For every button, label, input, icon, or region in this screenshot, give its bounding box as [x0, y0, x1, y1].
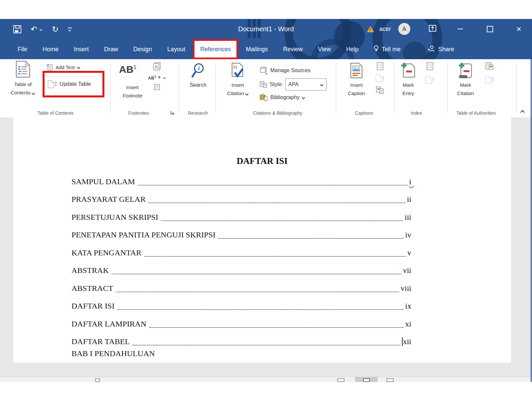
update-index-disabled-icon[interactable]: !: [426, 76, 434, 83]
insert-caption-button[interactable]: InsertCaption: [340, 63, 373, 97]
add-text-button[interactable]: Add Text: [47, 64, 80, 70]
chevron-down-icon: [32, 92, 35, 94]
table-of-contents-button[interactable]: Table of Contents: [5, 61, 41, 97]
show-notes-icon[interactable]: [154, 84, 160, 90]
tab-share[interactable]: Share: [420, 39, 462, 59]
arrow-icon: [158, 76, 161, 79]
undo-icon[interactable]: ↶: [31, 25, 37, 33]
toc-entry: DAFTAR ISI ix: [71, 296, 411, 314]
group-label-authorities: Table of Authorities: [441, 110, 512, 116]
read-mode-icon[interactable]: [337, 378, 344, 382]
tab-draw[interactable]: Draw: [96, 39, 126, 59]
insert-index-icon[interactable]: [426, 62, 434, 70]
chevron-down-icon: [77, 66, 80, 68]
tab-help[interactable]: Help: [338, 39, 366, 59]
tab-references-highlighted[interactable]: References: [193, 39, 238, 59]
cross-reference-icon[interactable]: [376, 86, 384, 94]
document-heading: DAFTAR ISI: [13, 156, 511, 166]
table-of-contents: SAMPUL DALAM i PRASYARAT GELAR ii PERSET…: [71, 171, 411, 349]
collapse-ribbon-icon[interactable]: [520, 111, 525, 114]
tab-layout[interactable]: Layout: [160, 39, 193, 59]
group-divider: [215, 62, 216, 113]
insert-table-of-authorities-icon[interactable]: [485, 62, 494, 70]
tab-insert[interactable]: Insert: [66, 39, 96, 59]
group-divider: [336, 62, 336, 113]
title-bar-controls: acer A ×: [367, 19, 532, 39]
mark-entry-icon: [401, 63, 416, 78]
insert-citation-button[interactable]: (-) Insert Citation: [220, 63, 255, 97]
style-dropdown[interactable]: APA: [285, 78, 327, 90]
toc-entry: PERSETUJUAN SKRIPSI iii: [71, 207, 411, 225]
lightbulb-icon: [374, 45, 379, 54]
toc-entry: KATA PENGANTAR v: [71, 242, 411, 260]
add-text-icon: [47, 64, 53, 70]
style-icon: [259, 81, 267, 88]
word-window: ↶ ↻ Document1 - Word acer A × File Home …: [0, 0, 532, 399]
avatar[interactable]: A: [398, 23, 410, 35]
toc-entry: DAFTAR TABEL xii: [71, 332, 411, 349]
update-table-button[interactable]: Update Table: [60, 81, 91, 87]
update-authorities-disabled-icon[interactable]: !: [485, 76, 494, 83]
manage-sources-icon: [259, 66, 268, 74]
text-cursor: [402, 337, 403, 346]
status-icon[interactable]: [95, 378, 100, 382]
captions-side-buttons: !: [376, 62, 384, 94]
customize-quick-access-icon[interactable]: [68, 28, 72, 31]
style-label: Style:: [270, 81, 283, 87]
ribbon-tabs: File Home Insert Draw Design Layout Refe…: [0, 39, 462, 59]
chevron-down-icon: [302, 96, 305, 99]
signed-in-user[interactable]: acer: [379, 26, 391, 33]
search-button[interactable]: i Search: [182, 63, 214, 89]
toc-entry: DAFTAR LAMPIRAN xi: [71, 314, 411, 332]
warning-icon: [367, 26, 374, 32]
close-icon[interactable]: ×: [516, 25, 521, 33]
style-row: Style: APA: [259, 78, 327, 90]
tab-view[interactable]: View: [310, 39, 338, 59]
authorities-side-buttons: !: [485, 62, 494, 83]
save-icon[interactable]: [13, 25, 21, 33]
bibliography-button[interactable]: Bibliography: [259, 94, 305, 101]
insert-endnote-icon[interactable]: [i]: [152, 62, 162, 71]
maximize-icon[interactable]: [487, 26, 493, 32]
minimize-icon[interactable]: [458, 29, 463, 29]
manage-sources-button[interactable]: Manage Sources: [259, 66, 311, 74]
chevron-down-icon[interactable]: [40, 28, 42, 30]
insert-footnote-button[interactable]: InsertFootnote: [112, 83, 153, 100]
ribbon-display-options-icon[interactable]: [429, 25, 436, 33]
share-person-icon: [428, 45, 435, 54]
group-divider: [447, 62, 448, 113]
dialog-launcher-icon[interactable]: [170, 110, 175, 115]
group-label-research: Research: [181, 110, 215, 116]
insert-footnote-icon[interactable]: AB1: [119, 65, 136, 74]
group-label-footnotes: Footnotes: [117, 110, 160, 116]
update-table-disabled-icon[interactable]: !: [376, 74, 384, 82]
tab-tell-me[interactable]: Tell me: [366, 39, 408, 59]
toc-entry: ABSTRACT viii: [71, 278, 411, 296]
quick-access-toolbar: ↶ ↻: [13, 22, 72, 36]
title-bar-region: ↶ ↻ Document1 - Word acer A × File Home …: [0, 19, 532, 59]
next-footnote-button[interactable]: AB1: [148, 74, 166, 80]
insert-table-of-figures-icon[interactable]: [376, 62, 384, 70]
print-layout-icon[interactable]: [363, 378, 370, 382]
status-bar: [0, 377, 532, 382]
redo-icon[interactable]: ↻: [52, 25, 59, 33]
mark-entry-button[interactable]: MarkEntry: [392, 63, 424, 97]
table-of-contents-icon: [16, 61, 30, 78]
web-layout-icon[interactable]: [386, 378, 394, 382]
toc-entry: PENETAPAN PANITIA PENGUJI SKRIPSI iv: [71, 225, 411, 243]
toc-entry: PRASYARAT GELAR ii: [71, 189, 411, 207]
tab-file[interactable]: File: [10, 39, 35, 59]
ribbon: Table of Contents Add Text ! Update Tabl…: [0, 59, 532, 118]
toc-entry: SAMPUL DALAM i: [71, 171, 411, 189]
search-icon: i: [191, 63, 206, 78]
toc-entry: ABSTRAK vii: [71, 260, 411, 278]
tab-design[interactable]: Design: [126, 39, 160, 59]
group-divider: [179, 62, 179, 113]
document-page[interactable]: DAFTAR ISI SAMPUL DALAM i PRASYARAT GELA…: [13, 117, 511, 363]
tab-mailings[interactable]: Mailings: [238, 39, 275, 59]
group-label-citations: Citations & Bibliography: [233, 110, 323, 116]
mark-citation-button[interactable]: MarkCitation: [450, 63, 481, 97]
tab-review[interactable]: Review: [275, 39, 310, 59]
chevron-down-icon: [320, 83, 324, 86]
tab-home[interactable]: Home: [35, 39, 66, 59]
